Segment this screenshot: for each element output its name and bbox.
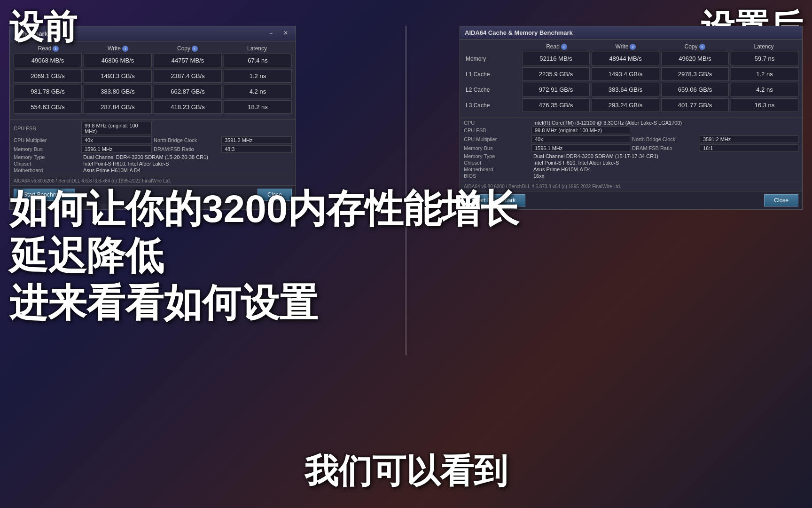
right-cpu-mult-key: CPU Multiplier [464,136,530,142]
right-titlebar: AIDA64 Cache & Memory Benchmark [460,26,802,40]
right-r2-c0: 972.91 GB/s [522,83,590,96]
right-r1-c3: 1.2 ns [731,67,798,81]
right-row-1: L1 Cache 2235.9 GB/s 1493.4 GB/s 2978.3 … [464,67,798,81]
right-dram-ratio-key: DRAM:FSB Ratio [632,145,698,151]
left-r1-c1: 1493.3 GB/s [84,69,152,83]
right-row-3: L3 Cache 476.35 GB/s 293.24 GB/s 401.77 … [464,98,798,112]
right-r1-c2: 2978.3 GB/s [661,67,729,81]
left-window-controls: － ✕ [265,29,291,38]
left-r2-c1: 383.80 GB/s [84,85,152,98]
right-info-mobo: Motherboard Asus Prime H610M-A D4 [464,167,798,172]
right-info-section: CPU Intel(R) Core(TM) i3-12100 @ 3.30GHz… [460,118,802,182]
right-memtype-key: Memory Type [464,153,530,159]
copy-info-icon[interactable]: i [192,46,198,52]
left-row-3: 554.63 GB/s 287.84 GB/s 418.23 GB/s 18.2… [14,100,292,114]
right-row0-label: Memory [464,52,520,65]
right-row1-label: L1 Cache [464,67,520,81]
right-r2-c3: 4.2 ns [731,83,798,96]
left-r3-c3: 18.2 ns [224,100,292,114]
left-benchmark-window: Benchmark － ✕ Read i Write i Copy i [9,26,296,210]
right-r0-c0: 52116 MB/s [522,52,590,65]
right-nb-clock-key: North Bridge Clock [632,136,698,142]
left-close-btn[interactable]: ✕ [281,29,291,38]
right-window-title: AIDA64 Cache & Memory Benchmark [465,29,573,36]
right-col-headers: Read i Write i Copy i Latency [464,43,798,50]
right-info-bios: BIOS 16xx [464,173,798,179]
right-close-button[interactable]: Close [764,194,798,206]
left-nb-clock-key: North Bridge Clock [154,137,219,143]
left-r3-c2: 418.23 GB/s [154,100,222,114]
overlay-bottom: 我们可以看到 [304,449,508,494]
right-cpu-fsb-key: CPU FSB [464,127,530,133]
before-label: 设前 [9,5,77,50]
right-write-header: Write i [592,43,659,50]
right-bios-val: 16xx [533,173,544,179]
right-empty-header [465,43,521,50]
right-cpu-key: CPU [464,120,530,126]
right-r1-c1: 1493.4 GB/s [592,67,659,81]
left-r0-c1: 46806 MB/s [84,54,152,67]
left-memtype-val: Dual Channel DDR4-3200 SDRAM (15-20-20-3… [83,154,208,160]
right-memtype-val: Dual Channel DDR4-3200 SDRAM (15-17-17-3… [533,153,658,159]
left-minimize-btn[interactable]: － [265,29,277,38]
left-r0-c3: 67.4 ns [224,54,292,67]
right-info-cpu: CPU Intel(R) Core(TM) i3-12100 @ 3.30GHz… [464,120,798,126]
right-r0-c2: 49620 MB/s [661,52,729,65]
left-r1-c3: 1.2 ns [224,69,292,83]
right-read-info-icon[interactable]: i [561,44,567,50]
right-row3-label: L3 Cache [464,98,520,112]
right-r3-c3: 16.3 ns [731,98,798,112]
right-info-chipset: Chipset Intel Point-S H610, Intel Alder … [464,160,798,166]
right-cpu-fsb-val: 99.8 MHz (original: 100 MHz) [531,127,630,134]
left-info-chipset: Chipset Intel Point-S H610, Intel Alder … [14,161,292,167]
right-row-2: L2 Cache 972.91 GB/s 383.64 GB/s 659.06 … [464,83,798,96]
left-chipset-val: Intel Point-S H610, Intel Alder Lake-S [83,161,169,167]
left-info-section: CPU FSB 99.8 MHz (original: 100 MHz) CPU… [10,119,296,176]
left-row-1: 2069.1 GB/s 1493.3 GB/s 2387.4 GB/s 1.2 … [14,69,292,83]
right-r3-c0: 476.35 GB/s [522,98,590,112]
right-copy-info-icon[interactable]: i [699,44,705,50]
right-r0-c3: 59.7 ns [731,52,798,65]
right-r3-c1: 293.24 GB/s [592,98,659,112]
left-dram-ratio-key: DRAM:FSB Ratio [154,146,219,152]
right-r2-c1: 383.64 GB/s [592,83,659,96]
left-write-header: Write i [84,45,152,52]
right-dram-ratio-val: 16:1 [700,144,798,152]
left-info-cpu-fsb: CPU FSB 99.8 MHz (original: 100 MHz) [14,122,292,135]
right-r3-c2: 401.77 GB/s [661,98,729,112]
left-cpu-fsb-val: 99.8 MHz (original: 100 MHz) [81,122,152,135]
right-r2-c2: 659.06 GB/s [661,83,729,96]
right-membus-key: Memory Bus [464,145,530,151]
left-r3-c0: 554.63 GB/s [14,100,82,114]
left-dram-ratio-val: 48:3 [221,145,292,153]
left-bench-content: Read i Write i Copy i Latency 49068 MB/s [10,41,296,119]
write-info-icon[interactable]: i [122,46,128,52]
left-chipset-key: Chipset [14,161,79,167]
right-cpu-val: Intel(R) Core(TM) i3-12100 @ 3.30GHz (Al… [533,120,682,126]
right-row2-label: L2 Cache [464,83,520,96]
left-r0-c2: 44757 MB/s [154,54,222,67]
right-mobo-key: Motherboard [464,167,530,172]
right-info-cpu-fsb: CPU FSB 99.8 MHz (original: 100 MHz) [464,127,798,134]
left-membus-key: Memory Bus [14,146,79,152]
right-cpu-mult-val: 40x [531,135,630,143]
left-info-multiplier: CPU Multiplier 40x North Bridge Clock 35… [14,136,292,144]
left-r2-c2: 662.87 GB/s [154,85,222,98]
left-mobo-key: Motherboard [14,167,79,173]
right-info-membus: Memory Bus 1596.1 MHz DRAM:FSB Ratio 16:… [464,144,798,152]
left-r1-c0: 2069.1 GB/s [14,69,82,83]
left-cpu-mult-val: 40x [81,136,152,144]
left-copy-header: Copy i [154,45,221,52]
left-info-mobo: Motherboard Asus Prime H610M-A D4 [14,167,292,173]
left-row-2: 981.78 GB/s 383.80 GB/s 662.87 GB/s 4.2 … [14,85,292,98]
right-read-header: Read i [523,43,590,50]
right-r0-c1: 48944 MB/s [592,52,659,65]
right-write-info-icon[interactable]: i [630,44,636,50]
right-nb-clock-val: 3591.2 MHz [700,135,798,143]
overlay-line1: 如何让你的3200内存性能增长 [9,183,519,235]
left-r1-c2: 2387.4 GB/s [154,69,222,83]
left-cpu-mult-key: CPU Multiplier [14,137,79,143]
overlay-line3: 进来看看如何设置 [9,278,318,329]
right-membus-val: 1596.1 MHz [531,144,630,152]
left-latency-header: Latency [223,45,291,52]
